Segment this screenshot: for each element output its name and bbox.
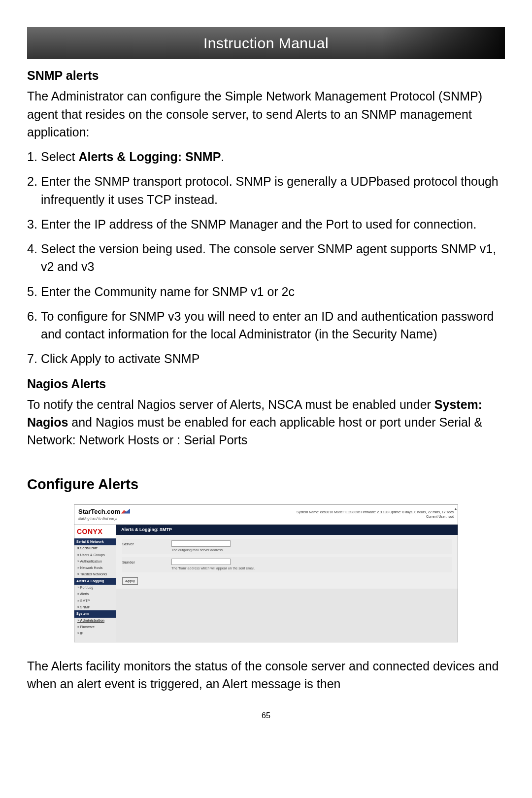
step-num: 7. <box>27 350 37 367</box>
sender-input[interactable] <box>171 559 231 565</box>
side-group-serial: Serial & Network <box>74 538 116 545</box>
header-title: Instruction Manual <box>203 33 329 54</box>
sidebar-item-authentication[interactable]: Authentication <box>74 558 116 565</box>
main-pane: Alerts & Logging: SMTP Server The outgoi… <box>116 525 458 642</box>
sidebar-item-ip[interactable]: IP <box>74 631 116 637</box>
side-group-alerts: Alerts & Logging <box>74 578 116 585</box>
snmp-steps: 1. Select Alerts & Logging: SNMP. 2. Ent… <box>27 148 505 368</box>
nagios-heading: Nagios Alerts <box>27 375 505 393</box>
step-num: 4. <box>27 240 37 258</box>
step-text: Click Apply to activate SNMP <box>41 352 200 366</box>
logo: StarTech.com <box>78 507 130 517</box>
step-4: 4. Select the version being used. The co… <box>27 240 505 276</box>
logo-text: StarTech.com <box>78 507 120 517</box>
row-sender: Sender The 'from' address which will app… <box>122 557 452 572</box>
logo-swoosh-icon <box>121 509 130 514</box>
step-7: 7. Click Apply to activate SNMP <box>27 350 505 367</box>
user-line: Current User: root <box>297 514 454 519</box>
step-num: 1. <box>27 148 37 166</box>
embedded-screenshot: ▴ StarTech.com Making hard-to-find easy!… <box>74 504 458 642</box>
nagios-para: To notify the central Nagios server of A… <box>27 396 505 449</box>
form-area: Server The outgoing mail server address.… <box>116 535 458 589</box>
side-group-system: System <box>74 610 116 617</box>
sidebar-item-administration[interactable]: Administration <box>74 618 116 624</box>
header-shade <box>382 27 505 59</box>
configure-heading: Configure Alerts <box>27 474 505 495</box>
step-2: 2. Enter the SNMP transport protocol. SN… <box>27 172 505 208</box>
server-input[interactable] <box>171 540 231 547</box>
step-5: 5. Enter the Community name for SNMP v1 … <box>27 283 505 300</box>
logo-block: StarTech.com Making hard-to-find easy! <box>78 507 130 522</box>
sidebar-item-firmware[interactable]: Firmware <box>74 624 116 631</box>
snmp-intro: The Administrator can configure the Simp… <box>27 87 505 141</box>
sidebar-item-snmp[interactable]: SNMP <box>74 604 116 610</box>
step-text-bold: Alerts & Logging: SNMP <box>78 150 221 164</box>
sidebar-item-network-hosts[interactable]: Network Hosts <box>74 565 116 571</box>
server-label: Server <box>122 540 171 547</box>
step-1: 1. Select Alerts & Logging: SNMP. <box>27 148 505 166</box>
sidebar-item-smtp[interactable]: SMTP <box>74 598 116 604</box>
apply-button[interactable]: Apply <box>122 577 138 585</box>
step-num: 3. <box>27 215 37 233</box>
sidebar-item-port-log[interactable]: Port Log <box>74 585 116 591</box>
step-text-prefix: Select <box>41 150 78 164</box>
conyx-logo: CONYX <box>74 525 116 538</box>
snmp-heading: SNMP alerts <box>27 66 505 84</box>
nagios-para-a: To notify the central Nagios server of A… <box>27 398 434 411</box>
system-info: System Name: ecs0016 Model: ECS00xx Firm… <box>297 510 454 519</box>
step-text: Enter the SNMP transport protocol. SNMP … <box>41 174 499 206</box>
step-num: 6. <box>27 307 37 325</box>
row-server: Server The outgoing mail server address. <box>122 539 452 554</box>
step-text: To configure for SNMP v3 you will need t… <box>41 309 494 341</box>
logo-tagline: Making hard-to-find easy! <box>78 516 130 521</box>
step-6: 6. To configure for SNMP v3 you will nee… <box>27 307 505 343</box>
scroll-up-icon[interactable]: ▴ <box>455 506 457 512</box>
page-header: Instruction Manual <box>27 27 505 59</box>
step-text: Select the version being used. The conso… <box>41 242 496 273</box>
step-text: Enter the IP address of the SNMP Manager… <box>41 217 476 231</box>
step-3: 3. Enter the IP address of the SNMP Mana… <box>27 215 505 233</box>
server-help: The outgoing mail server address. <box>171 548 231 553</box>
system-line: System Name: ecs0016 Model: ECS00xx Firm… <box>297 510 454 514</box>
sidebar-item-trusted-networks[interactable]: Trusted Networks <box>74 571 116 578</box>
page-number: 65 <box>27 710 505 721</box>
breadcrumb: Alerts & Logging: SMTP <box>116 525 458 535</box>
sidebar: CONYX Serial & Network Serial Port Users… <box>74 525 116 642</box>
configure-para: The Alerts facility monitors the status … <box>27 657 505 693</box>
sidebar-item-alerts[interactable]: Alerts <box>74 591 116 598</box>
shot-topbar: StarTech.com Making hard-to-find easy! S… <box>74 505 458 525</box>
shot-body: CONYX Serial & Network Serial Port Users… <box>74 525 458 642</box>
page-content: SNMP alerts The Administrator can config… <box>27 59 505 721</box>
step-num: 5. <box>27 283 37 300</box>
sidebar-item-serial-port[interactable]: Serial Port <box>74 545 116 552</box>
sender-help: The 'from' address which will appear on … <box>171 566 255 571</box>
step-text: Enter the Community name for SNMP v1 or … <box>41 285 295 299</box>
step-num: 2. <box>27 172 37 190</box>
sender-label: Sender <box>122 559 171 565</box>
sidebar-item-users-groups[interactable]: Users & Groups <box>74 552 116 558</box>
nagios-para-b: and Nagios must be enabled for each appl… <box>27 415 482 447</box>
step-text-suffix: . <box>221 150 224 164</box>
